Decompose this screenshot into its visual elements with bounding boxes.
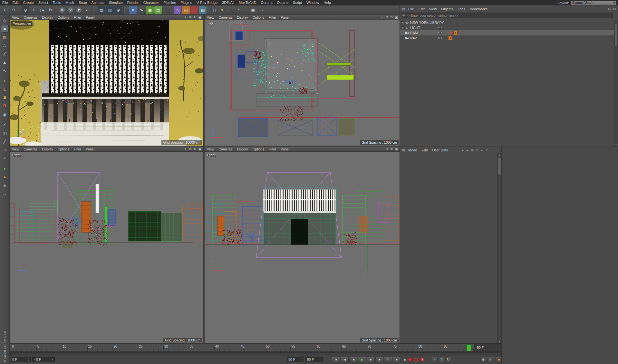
smooth-icon[interactable]: ≈: [1, 154, 9, 162]
rotate-view-icon[interactable]: ↻: [193, 147, 198, 151]
add-mograph-icon[interactable]: ∴▾: [190, 6, 198, 14]
vp-menu-panel[interactable]: Panel: [278, 147, 292, 151]
editor-dot[interactable]: [438, 27, 440, 29]
scroll-down-icon[interactable]: ▾: [614, 143, 618, 147]
vp-menu-filter[interactable]: Filter: [72, 147, 83, 151]
menu-edit[interactable]: Edit: [10, 0, 21, 5]
visibility-dots[interactable]: [438, 37, 442, 39]
scroll-down-icon[interactable]: ▾: [497, 340, 501, 343]
expand-icon[interactable]: +: [401, 21, 404, 24]
rotate-view-icon[interactable]: ↻: [389, 15, 394, 19]
vray-lights-icon[interactable]: L: [1, 85, 9, 93]
mirror-icon[interactable]: ◫: [1, 129, 9, 137]
gray-cube-icon[interactable]: ■: [1, 181, 9, 189]
vp-menu-display[interactable]: Display: [40, 147, 55, 151]
viewport-perspective[interactable]: ViewCamerasDisplayOptionsFilterPanel +⊕↻…: [10, 15, 203, 146]
undo-icon[interactable]: ↶: [2, 6, 9, 14]
vp-menu-filter[interactable]: Filter: [72, 15, 83, 19]
perspective-canvas[interactable]: X Y Z: [10, 20, 203, 146]
add-subdivision-icon[interactable]: ▣▾: [146, 6, 154, 14]
vray-render-icon[interactable]: R: [1, 102, 9, 110]
dots-icon[interactable]: ∷: [1, 190, 9, 197]
object-row-new-york-library[interactable]: +NEW YORK LIBRARY: [400, 20, 614, 25]
pan-view-icon[interactable]: +: [183, 147, 188, 151]
coordinate-system-icon[interactable]: ◐: [83, 6, 91, 14]
history-forward-icon[interactable]: ▸: [465, 148, 470, 152]
editor-dot[interactable]: [438, 32, 440, 34]
menu-create[interactable]: Create: [21, 0, 36, 5]
add-spline-icon[interactable]: ∿▾: [138, 6, 145, 14]
vp-menu-display[interactable]: Display: [40, 15, 55, 19]
editor-dot[interactable]: [438, 22, 440, 24]
om-menu-file[interactable]: File: [406, 7, 416, 11]
viewport-splitter-vertical[interactable]: [203, 15, 205, 343]
object-row-cam[interactable]: CAM⊘: [400, 30, 614, 35]
menu-script[interactable]: Script: [291, 0, 304, 5]
om-menu-view[interactable]: View: [427, 7, 439, 11]
vp-menu-filter[interactable]: Filter: [266, 147, 278, 151]
live-selection-icon[interactable]: ⊙: [22, 6, 29, 14]
menu-tools[interactable]: Tools: [50, 0, 63, 5]
display-off-tag-icon[interactable]: ⊘: [448, 31, 452, 35]
pan-view-icon[interactable]: +: [380, 15, 384, 19]
viewport-splitter-horizontal[interactable]: [10, 146, 400, 147]
play-forward-button[interactable]: ▶: [358, 357, 366, 362]
toggle-view-icon[interactable]: ▣: [198, 147, 202, 151]
add-instance-icon[interactable]: ∷▾: [163, 6, 170, 14]
lock-y-axis-icon[interactable]: Y: [67, 6, 74, 14]
menu-character[interactable]: Character: [141, 0, 161, 5]
vp-menu-view[interactable]: View: [205, 147, 217, 151]
panel-menu-icon[interactable]: ▤: [401, 148, 406, 152]
spinner-down-icon[interactable]: ▾: [302, 359, 303, 361]
tweak-mode-icon[interactable]: ↖: [1, 67, 9, 74]
end-frame-field[interactable]: 90 F ▴▾: [287, 357, 304, 362]
am-menu-user-data[interactable]: User Data: [430, 148, 451, 152]
object-row-nav[interactable]: NAV: [400, 35, 614, 41]
render-dot[interactable]: [440, 27, 442, 29]
vp-menu-view[interactable]: View: [10, 147, 22, 151]
menu-animate[interactable]: Animate: [89, 0, 107, 5]
rotate-view-icon[interactable]: ↻: [193, 15, 198, 19]
om-menu-bookmarks[interactable]: Bookmarks: [468, 7, 490, 11]
record-scale-toggle[interactable]: ◳: [439, 357, 444, 362]
add-camera-icon[interactable]: ◫▾: [210, 6, 217, 14]
rotate-tool-icon[interactable]: ↻: [47, 6, 54, 14]
render-settings-icon[interactable]: ⊛▾: [114, 6, 122, 14]
menu-plugins[interactable]: Plugins: [178, 0, 194, 5]
redo-icon[interactable]: ↷: [10, 6, 18, 14]
orange-sphere-icon[interactable]: ●: [1, 173, 9, 181]
record-help-button[interactable]: ?: [420, 358, 424, 362]
vp-menu-cameras[interactable]: Cameras: [22, 147, 40, 151]
workplane-icon[interactable]: ▱: [257, 6, 265, 14]
toggle-view-icon[interactable]: ▣: [394, 147, 399, 151]
menu-3dtoall[interactable]: 3DToAll: [220, 0, 237, 5]
menu-pipeline[interactable]: Pipeline: [161, 0, 178, 5]
menu-icon[interactable]: ≡: [484, 148, 489, 152]
menu-help[interactable]: Help: [321, 0, 333, 5]
vray-cam-tag-icon[interactable]: [448, 36, 452, 40]
step-left-icon[interactable]: ◂: [34, 358, 35, 361]
grid-icon[interactable]: ⊞: [470, 148, 475, 152]
vp-menu-display[interactable]: Display: [235, 147, 250, 151]
am-scrollbar[interactable]: ▴ ▾: [497, 153, 501, 343]
render-dot[interactable]: [440, 37, 442, 39]
pan-view-icon[interactable]: +: [183, 15, 188, 19]
om-scrollbar-thumb[interactable]: [614, 24, 618, 46]
menu-file[interactable]: File: [0, 0, 10, 5]
viewport-label[interactable]: Front: [206, 153, 217, 157]
spinner-down-icon[interactable]: ▾: [28, 359, 29, 361]
make-editable-icon[interactable]: ◇: [1, 16, 9, 24]
vp-menu-panel[interactable]: Panel: [83, 15, 97, 19]
knife-icon[interactable]: ╱: [1, 138, 9, 145]
lock-z-axis-icon[interactable]: Z: [75, 6, 83, 14]
zoom-view-icon[interactable]: ⊕: [188, 147, 193, 151]
add-floor-icon[interactable]: ▭▾: [227, 6, 234, 14]
vp-menu-options[interactable]: Options: [55, 147, 72, 151]
edges-mode-icon[interactable]: ∠: [1, 50, 9, 58]
search-icon[interactable]: ⊙: [475, 148, 479, 152]
pan-view-icon[interactable]: +: [380, 147, 384, 151]
vray-cam-tag-icon[interactable]: [453, 31, 458, 35]
menu-simulate[interactable]: Simulate: [107, 0, 125, 5]
add-light-icon[interactable]: ☀▾: [218, 6, 226, 14]
menu-snap[interactable]: Snap: [76, 0, 89, 5]
